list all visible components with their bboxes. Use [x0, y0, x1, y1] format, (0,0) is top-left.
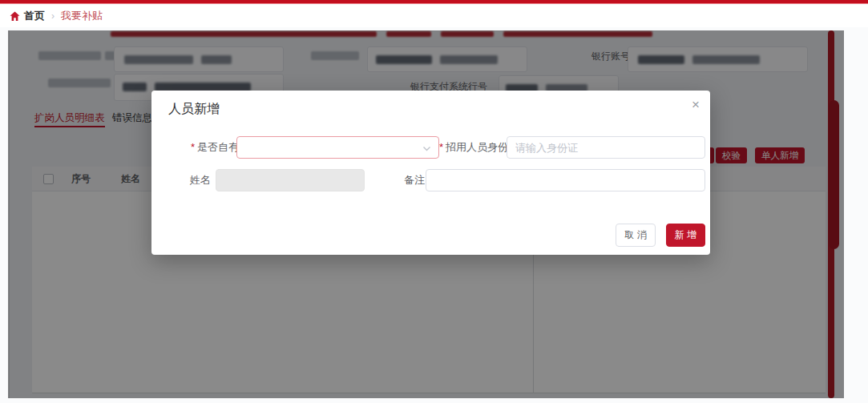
self-owned-select[interactable] [236, 136, 439, 159]
chevron-down-icon [422, 144, 431, 153]
name-label: 姓名 [190, 169, 211, 191]
close-icon[interactable]: × [692, 97, 700, 113]
breadcrumb-current: 我要补贴 [61, 9, 103, 23]
breadcrumb-home[interactable]: 首页 [24, 9, 45, 23]
add-person-modal: 人员新增 × *是否自有 *招用人员身份证号 姓名 备注 取 消 新 增 [151, 91, 710, 255]
id-number-input[interactable] [507, 136, 705, 159]
self-owned-label: *是否自有 [191, 136, 239, 159]
top-red-bar [0, 0, 868, 4]
required-mark: * [191, 141, 195, 153]
breadcrumb-separator-icon: › [51, 10, 55, 22]
modal-footer: 取 消 新 增 [616, 224, 705, 247]
required-mark: * [439, 141, 443, 153]
name-input [216, 169, 365, 191]
confirm-add-button[interactable]: 新 增 [666, 224, 705, 247]
modal-title: 人员新增 [168, 101, 220, 118]
remark-input[interactable] [426, 169, 705, 191]
breadcrumb: 首页 › 我要补贴 [0, 5, 868, 27]
remark-label: 备注 [404, 169, 425, 191]
cancel-button[interactable]: 取 消 [616, 224, 655, 247]
home-icon [10, 11, 20, 22]
